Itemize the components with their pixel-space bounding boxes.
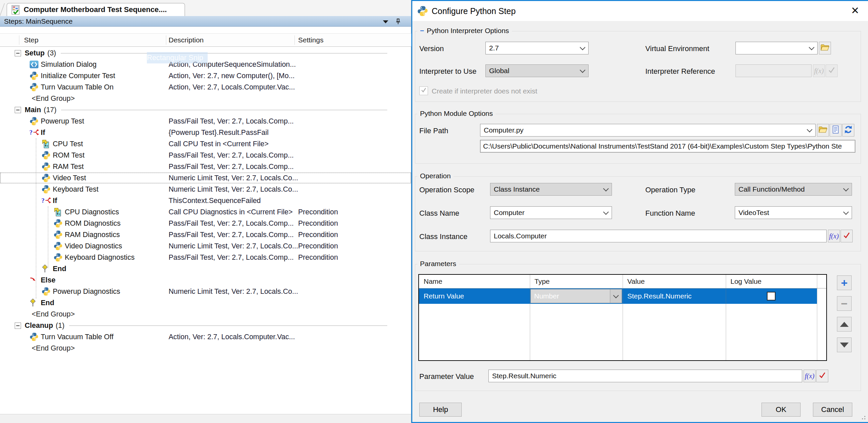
collapse-toggle-icon[interactable]: [15, 323, 21, 329]
group-row[interactable]: Setup(3): [0, 48, 411, 59]
move-down-button[interactable]: [837, 337, 851, 352]
step-label: RAM Diagnostics: [65, 229, 120, 240]
pin-icon[interactable]: [395, 18, 402, 27]
chevron-down-icon[interactable]: [806, 42, 817, 54]
step-row[interactable]: Powerup DiagnosticsNumeric Limit Test, V…: [0, 286, 411, 297]
interpreter-to-use-combo[interactable]: Global: [486, 64, 589, 77]
step-row[interactable]: Video TestNumeric Limit Test, Ver: 2.7, …: [0, 172, 411, 184]
check-expression-button[interactable]: [841, 230, 852, 242]
parameter-row[interactable]: Return ValueNumberStep.Result.Numeric: [419, 289, 817, 304]
chevron-down-icon[interactable]: [577, 65, 588, 77]
collapse-toggle-icon[interactable]: [15, 107, 21, 113]
step-row[interactable]: CPU TestCall CPU Test in <Current File>: [0, 138, 411, 150]
collapse-icon[interactable]: −: [420, 27, 424, 34]
add-parameter-button[interactable]: +: [837, 275, 851, 290]
end-group-row[interactable]: <End Group>: [0, 308, 411, 320]
chevron-down-icon[interactable]: [840, 207, 851, 219]
edit-module-button[interactable]: [830, 124, 842, 137]
step-row[interactable]: ?If{Powerup Test}.Result.PassFail: [0, 127, 411, 138]
column-header-settings[interactable]: Settings: [298, 34, 323, 47]
column-divider[interactable]: [19, 35, 19, 45]
class-name-combo[interactable]: Computer: [490, 206, 612, 219]
file-path-combo[interactable]: Computer.py: [480, 124, 815, 137]
tab-title: Computer Motherboard Test Sequence....: [24, 5, 167, 14]
step-row[interactable]: End: [0, 263, 411, 274]
check-expression-button[interactable]: [816, 370, 828, 382]
chevron-down-icon[interactable]: [600, 207, 612, 219]
function-name-combo[interactable]: VideoTest: [735, 206, 852, 219]
version-combo[interactable]: 2.7: [486, 42, 589, 54]
step-row[interactable]: RAM TestPass/Fail Test, Ver: 2.7, Locals…: [0, 161, 411, 172]
parameter-value-field[interactable]: Step.Result.Numeric: [488, 370, 802, 382]
step-row[interactable]: ROM TestPass/Fail Test, Ver: 2.7, Locals…: [0, 150, 411, 161]
column-header-step[interactable]: Step: [24, 34, 38, 47]
chevron-down-icon[interactable]: [610, 290, 622, 303]
chevron-down-icon[interactable]: [840, 183, 851, 195]
operation-scope-combo[interactable]: Class Instance: [490, 183, 612, 195]
application-window: Computer Motherboard Test Sequence.... S…: [0, 0, 868, 423]
column-divider[interactable]: [166, 35, 166, 45]
parameter-type-combo[interactable]: Number: [530, 289, 622, 303]
red-check-icon: [818, 371, 826, 380]
step-row[interactable]: Initialize Computer TestAction, Ver: 2.7…: [0, 70, 411, 82]
reload-module-button[interactable]: [842, 124, 854, 137]
param-col-logvalue[interactable]: Log Value: [731, 275, 762, 288]
step-row[interactable]: Simulation DialogAction, ComputerSequenc…: [0, 59, 411, 70]
virtual-environment-combo[interactable]: [736, 42, 817, 54]
horizontal-scrollbar-area[interactable]: [0, 414, 411, 423]
step-row[interactable]: ?IfThisContext.SequenceFailed: [0, 195, 411, 206]
sequence-editor-panel: Computer Motherboard Test Sequence.... S…: [0, 0, 411, 423]
fx-icon: f(x): [814, 67, 824, 75]
step-row[interactable]: Keyboard TestNumeric Limit Test, Ver: 2.…: [0, 184, 411, 195]
step-row[interactable]: End: [0, 297, 411, 308]
python-icon: [54, 219, 63, 228]
help-button[interactable]: Help: [419, 403, 462, 417]
chevron-down-icon[interactable]: [383, 20, 388, 23]
group-row[interactable]: Main(17): [0, 104, 411, 116]
cancel-button[interactable]: Cancel: [813, 403, 852, 417]
collapse-toggle-icon[interactable]: [15, 50, 21, 56]
step-row[interactable]: Else: [0, 274, 411, 286]
step-row[interactable]: Turn Vacuum Table OnAction, Ver: 2.7, Lo…: [0, 82, 411, 93]
ok-button[interactable]: OK: [762, 403, 801, 417]
group-row[interactable]: Cleanup(1): [0, 320, 411, 331]
expression-browse-button[interactable]: f(x): [828, 230, 840, 242]
chevron-down-icon[interactable]: [577, 42, 588, 54]
param-col-value[interactable]: Value: [627, 275, 645, 288]
remove-parameter-button[interactable]: −: [837, 296, 851, 311]
operation-type-combo[interactable]: Call Function/Method: [735, 183, 852, 195]
step-row[interactable]: RAM DiagnosticsPass/Fail Test, Ver: 2.7,…: [0, 229, 411, 240]
param-col-type[interactable]: Type: [534, 275, 550, 288]
step-row[interactable]: ROM DiagnosticsPass/Fail Test, Ver: 2.7,…: [0, 218, 411, 229]
chevron-down-icon[interactable]: [600, 183, 612, 195]
step-row[interactable]: Keyboard DiagnosticsPass/Fail Test, Ver:…: [0, 252, 411, 263]
step-row[interactable]: Turn Vacuum Table OffAction, Ver: 2.7, L…: [0, 331, 411, 342]
browse-folder-button[interactable]: [819, 42, 831, 54]
column-divider[interactable]: [294, 35, 295, 45]
expression-browse-button[interactable]: f(x): [804, 370, 815, 382]
param-col-name[interactable]: Name: [424, 275, 442, 288]
group-count: (1): [56, 322, 64, 330]
chevron-down-icon[interactable]: [804, 124, 815, 136]
expression-browse-button: f(x): [813, 64, 825, 77]
step-description: Numeric Limit Test, Ver: 2.7, Locals.Co.…: [168, 184, 298, 195]
move-up-button[interactable]: [837, 317, 851, 332]
resize-grip[interactable]: [859, 413, 865, 419]
close-icon[interactable]: ✕: [851, 1, 859, 20]
operation-label: Operation: [417, 172, 453, 180]
end-group-row[interactable]: <End Group>: [0, 93, 411, 104]
end-group-row[interactable]: <End Group>: [0, 342, 411, 354]
step-row[interactable]: CPU DiagnosticsCall CPU Diagnostics in <…: [0, 206, 411, 218]
dialog-titlebar[interactable]: Configure Python Step ✕: [412, 1, 868, 21]
version-label: Version: [419, 44, 444, 53]
log-value-checkbox[interactable]: [767, 292, 776, 300]
step-row[interactable]: Powerup TestPass/Fail Test, Ver: 2.7, Lo…: [0, 116, 411, 127]
step-row[interactable]: Video DiagnosticsNumeric Limit Test, Ver…: [0, 240, 411, 252]
python-icon: [54, 230, 63, 239]
column-header-description[interactable]: Description: [168, 34, 204, 47]
class-instance-label: Class Instance: [419, 232, 467, 241]
step-label: Turn Vacuum Table On: [41, 82, 114, 93]
tab-sequence-file[interactable]: Computer Motherboard Test Sequence....: [7, 3, 185, 16]
class-instance-field[interactable]: Locals.Computer: [490, 230, 827, 242]
browse-file-button[interactable]: [817, 124, 829, 137]
